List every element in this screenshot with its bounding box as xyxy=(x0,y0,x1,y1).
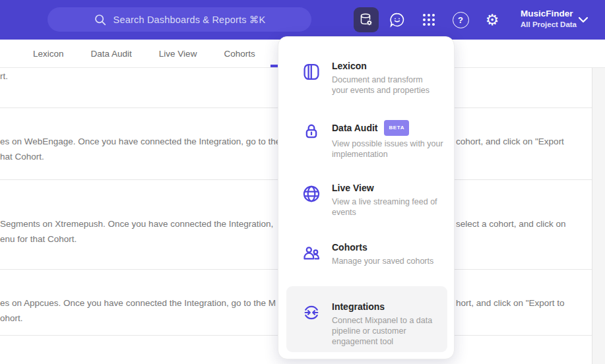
menu-item-lexicon[interactable]: Lexicon Document and transform your even… xyxy=(302,60,448,96)
menu-item-title: Live View xyxy=(332,182,437,194)
menu-item-integrations[interactable]: Integrations Connect Mixpanel to a data … xyxy=(286,286,447,352)
feedback-button[interactable] xyxy=(388,11,406,29)
menu-item-description: Document and transform your events and p… xyxy=(332,75,430,96)
integrations-sync-icon xyxy=(302,303,321,322)
lexicon-book-icon xyxy=(302,62,321,82)
row-text: hort, and click on "Export to xyxy=(456,297,565,309)
row-text: cohort, and click on "Export xyxy=(456,136,564,148)
menu-item-description: Manage your saved cohorts xyxy=(332,256,433,266)
tab-cohorts[interactable]: Cohorts xyxy=(224,49,255,59)
row-text: select a cohort, and click on xyxy=(456,218,566,230)
menu-item-title: Lexicon xyxy=(332,60,430,72)
menu-item-title: Data Audit xyxy=(332,122,377,134)
row-text: ohort. xyxy=(0,313,23,324)
database-gear-icon xyxy=(358,11,375,28)
settings-gear-icon: ⚙ xyxy=(486,11,499,29)
cohorts-people-icon xyxy=(302,243,321,263)
project-switcher[interactable]: MusicFinder All Project Data xyxy=(521,8,577,30)
menu-item-live-view[interactable]: Live View View a live streaming feed of … xyxy=(302,182,448,218)
feedback-smiley-bubble-icon xyxy=(388,11,406,29)
tab-data-audit[interactable]: Data Audit xyxy=(91,49,132,59)
help-glyph: ? xyxy=(458,15,463,25)
search-placeholder: Search Dashboards & Reports ⌘K xyxy=(113,15,266,25)
row-text: enu for that Cohort. xyxy=(0,233,77,245)
data-management-button[interactable] xyxy=(354,7,379,32)
app-window: Search Dashboards & Reports ⌘K xyxy=(0,0,605,364)
menu-item-integrations-inner[interactable]: Integrations Connect Mixpanel to a data … xyxy=(302,301,448,347)
menu-item-description: Connect Mixpanel to a data pipeline or c… xyxy=(332,315,432,347)
project-scope: All Project Data xyxy=(521,20,577,30)
menu-item-title: Cohorts xyxy=(332,241,433,253)
beta-badge: BETA xyxy=(384,120,409,136)
project-name: MusicFinder xyxy=(521,8,577,20)
apps-grid-icon xyxy=(420,11,437,28)
settings-button[interactable]: ⚙ xyxy=(483,11,501,29)
search-input[interactable]: Search Dashboards & Reports ⌘K xyxy=(48,7,311,32)
row-text: es on WebEngage. Once you have connected… xyxy=(0,136,280,148)
data-audit-lock-icon xyxy=(302,122,321,142)
top-header: Search Dashboards & Reports ⌘K xyxy=(0,0,605,40)
scrollbar-track xyxy=(592,68,605,364)
apps-button[interactable] xyxy=(420,11,438,29)
row-text: Segments on Xtremepush. Once you have co… xyxy=(0,218,273,230)
menu-item-cohorts[interactable]: Cohorts Manage your saved cohorts xyxy=(302,241,448,266)
data-management-dropdown: Lexicon Document and transform your even… xyxy=(278,36,455,359)
chevron-down-icon[interactable] xyxy=(578,16,589,23)
menu-item-description: View possible issues with your implement… xyxy=(332,138,443,160)
row-text: es on Appcues. Once you have connected t… xyxy=(0,297,276,309)
live-view-globe-icon xyxy=(302,184,321,204)
menu-item-description: View a live streaming feed of events xyxy=(332,197,437,218)
help-button[interactable]: ? xyxy=(451,11,470,29)
menu-item-title: Integrations xyxy=(332,301,432,313)
tab-lexicon[interactable]: Lexicon xyxy=(33,49,64,59)
menu-item-data-audit[interactable]: Data Audit BETA View possible issues wit… xyxy=(302,120,448,160)
help-icon: ? xyxy=(453,12,469,28)
row-text: rt. xyxy=(0,71,8,82)
row-text: hat Cohort. xyxy=(0,151,44,163)
search-icon xyxy=(94,13,107,26)
tab-live-view[interactable]: Live View xyxy=(159,49,197,59)
